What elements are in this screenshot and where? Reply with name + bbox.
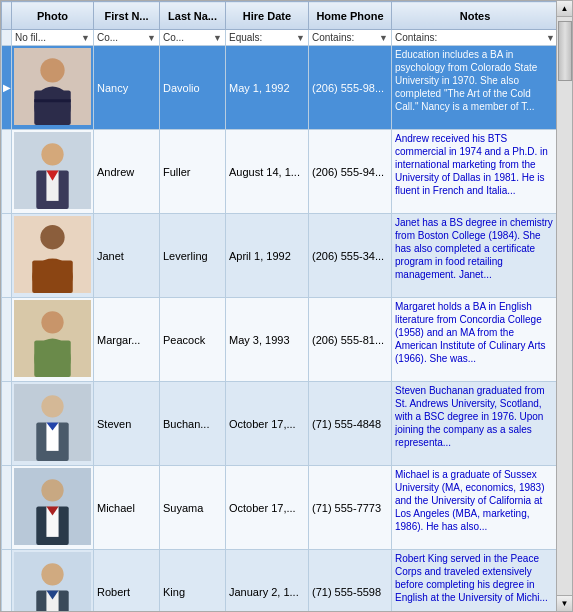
table-row[interactable]: RobertKingJanuary 2, 1...(71) 555-5598Ro… [2, 550, 574, 613]
employee-firstname: Margar... [94, 298, 160, 382]
row-indicator [2, 466, 12, 550]
employee-photo [12, 130, 94, 214]
filter-photo[interactable]: No fil... ▼ [12, 30, 94, 46]
employee-homephone: (71) 555-4848 [309, 382, 392, 466]
svg-point-19 [41, 395, 63, 417]
row-indicator [2, 298, 12, 382]
employee-photo [12, 382, 94, 466]
employee-photo [12, 46, 94, 130]
employee-firstname: Steven [94, 382, 160, 466]
employee-homephone: (206) 555-94... [309, 130, 392, 214]
col-header-photo[interactable]: Photo [12, 2, 94, 30]
filter-indicator-spacer [2, 30, 12, 46]
employee-notes: Michael is a graduate of Sussex Universi… [392, 466, 559, 550]
table-row[interactable]: Margar...PeacockMay 3, 1993(206) 555-81.… [2, 298, 574, 382]
data-grid: Photo First N... Last Na... Hire Date Ho… [0, 0, 573, 612]
filter-hiredate[interactable]: Equals: ▼ [226, 30, 309, 46]
employee-photo [12, 550, 94, 613]
employee-notes: Education includes a BA in psychology fr… [392, 46, 559, 130]
scrollbar-up-button[interactable]: ▲ [557, 1, 573, 17]
col-header-homephone[interactable]: Home Phone [309, 2, 392, 30]
col-header-lastname[interactable]: Last Na... [160, 2, 226, 30]
employee-lastname: Suyama [160, 466, 226, 550]
employee-notes: Janet has a BS degree in chemistry from … [392, 214, 559, 298]
filter-hiredate-arrow[interactable]: ▼ [296, 33, 305, 43]
indicator-header [2, 2, 12, 30]
employee-lastname: Peacock [160, 298, 226, 382]
row-indicator [2, 382, 12, 466]
svg-rect-3 [34, 91, 70, 125]
employee-homephone: (206) 555-98... [309, 46, 392, 130]
employee-homephone: (206) 555-34... [309, 214, 392, 298]
employee-homephone: (71) 555-7773 [309, 466, 392, 550]
table-row[interactable]: StevenBuchan...October 17,...(71) 555-48… [2, 382, 574, 466]
col-header-firstname[interactable]: First N... [94, 2, 160, 30]
row-indicator [2, 130, 12, 214]
row-indicator [2, 550, 12, 613]
svg-point-29 [41, 563, 63, 585]
scrollbar-down-button[interactable]: ▼ [557, 595, 573, 611]
svg-point-1 [40, 58, 64, 82]
filter-photo-arrow[interactable]: ▼ [81, 33, 90, 43]
employee-hiredate: January 2, 1... [226, 550, 309, 613]
table-row[interactable]: ▶ NancyDavolioMay 1, 1992(206) 555-98...… [2, 46, 574, 130]
row-indicator: ▶ [2, 46, 12, 130]
employee-homephone: (71) 555-5598 [309, 550, 392, 613]
col-header-hiredate[interactable]: Hire Date [226, 2, 309, 30]
svg-rect-17 [34, 341, 70, 377]
employee-lastname: Leverling [160, 214, 226, 298]
employee-lastname: Fuller [160, 130, 226, 214]
svg-point-6 [41, 143, 63, 165]
employee-firstname: Janet [94, 214, 160, 298]
column-headers: Photo First N... Last Na... Hire Date Ho… [2, 2, 574, 30]
employee-notes: Steven Buchanan graduated from St. Andre… [392, 382, 559, 466]
filter-firstname[interactable]: Co... ▼ [94, 30, 160, 46]
employee-hiredate: October 17,... [226, 382, 309, 466]
employee-hiredate: August 14, 1... [226, 130, 309, 214]
employee-lastname: King [160, 550, 226, 613]
employee-firstname: Michael [94, 466, 160, 550]
employee-notes: Andrew received his BTS commercial in 19… [392, 130, 559, 214]
filter-notes[interactable]: Contains: ▼ [392, 30, 559, 46]
employee-firstname: Robert [94, 550, 160, 613]
employee-lastname: Buchan... [160, 382, 226, 466]
filter-homephone-arrow[interactable]: ▼ [379, 33, 388, 43]
row-indicator [2, 214, 12, 298]
filter-lastname[interactable]: Co... ▼ [160, 30, 226, 46]
employee-firstname: Nancy [94, 46, 160, 130]
employee-photo [12, 466, 94, 550]
employee-hiredate: October 17,... [226, 466, 309, 550]
filter-row: No fil... ▼ Co... ▼ Co... ▼ [2, 30, 574, 46]
svg-point-15 [41, 311, 63, 333]
employee-notes: Margaret holds a BA in English literatur… [392, 298, 559, 382]
svg-rect-13 [32, 261, 73, 293]
employee-photo [12, 214, 94, 298]
col-header-notes[interactable]: Notes [392, 2, 559, 30]
employee-homephone: (206) 555-81... [309, 298, 392, 382]
svg-point-11 [40, 225, 64, 249]
table-row[interactable]: AndrewFullerAugust 14, 1...(206) 555-94.… [2, 130, 574, 214]
filter-homephone[interactable]: Contains: ▼ [309, 30, 392, 46]
scrollbar-thumb[interactable] [558, 21, 572, 81]
filter-notes-arrow[interactable]: ▼ [546, 33, 555, 43]
filter-lastname-arrow[interactable]: ▼ [213, 33, 222, 43]
employee-hiredate: April 1, 1992 [226, 214, 309, 298]
table-row[interactable]: MichaelSuyamaOctober 17,...(71) 555-7773… [2, 466, 574, 550]
vertical-scrollbar[interactable]: ▲ ▼ [556, 1, 572, 611]
employee-hiredate: May 1, 1992 [226, 46, 309, 130]
employee-hiredate: May 3, 1993 [226, 298, 309, 382]
table-row[interactable]: JanetLeverlingApril 1, 1992(206) 555-34.… [2, 214, 574, 298]
employee-firstname: Andrew [94, 130, 160, 214]
svg-point-24 [41, 479, 63, 501]
employee-notes: Robert King served in the Peace Corps an… [392, 550, 559, 613]
employee-lastname: Davolio [160, 46, 226, 130]
employee-photo [12, 298, 94, 382]
filter-firstname-arrow[interactable]: ▼ [147, 33, 156, 43]
